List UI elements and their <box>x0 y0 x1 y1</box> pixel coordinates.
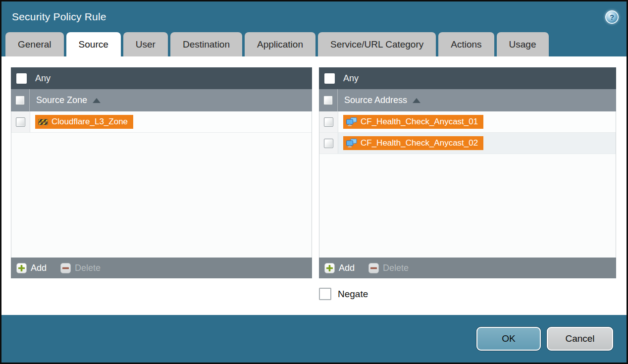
source-zone-any-label: Any <box>35 73 51 84</box>
tab-general[interactable]: General <box>5 32 64 56</box>
dialog-footer: OK Cancel <box>1 315 627 363</box>
table-row[interactable]: CF_Health_Check_Anycast_01 <box>319 111 616 133</box>
delete-label: Delete <box>383 263 409 273</box>
tab-destination[interactable]: Destination <box>170 32 242 56</box>
address-value-chip[interactable]: CF_Health_Check_Anycast_01 <box>343 115 483 129</box>
tab-usage[interactable]: Usage <box>497 32 549 56</box>
add-icon <box>324 263 335 273</box>
zone-name: Cloudflare_L3_Zone <box>52 117 128 127</box>
source-zone-select-all-checkbox[interactable] <box>15 96 25 105</box>
tab-content-source: Any Source Zone <box>1 56 627 315</box>
tab-source[interactable]: Source <box>66 32 121 56</box>
sort-ascending-icon <box>413 98 420 103</box>
source-zone-column-title: Source Zone <box>36 95 87 105</box>
source-address-any-bar: Any <box>319 67 616 89</box>
tab-user[interactable]: User <box>123 32 168 56</box>
address-name: CF_Health_Check_Anycast_01 <box>361 117 478 127</box>
address-value-chip[interactable]: CF_Health_Check_Anycast_02 <box>343 136 483 150</box>
add-zone-button[interactable]: Add <box>16 263 47 273</box>
dialog-title: Security Policy Rule <box>12 11 106 23</box>
empty-list-area <box>319 154 616 258</box>
negate-row: Negate <box>319 288 616 300</box>
source-zone-column-header[interactable]: Source Zone <box>11 89 312 111</box>
add-icon <box>16 263 27 273</box>
source-address-toolbar: Add Delete <box>319 258 616 278</box>
source-address-column-header[interactable]: Source Address <box>319 89 616 111</box>
tab-application[interactable]: Application <box>245 32 315 56</box>
source-address-any-label: Any <box>343 73 359 84</box>
negate-label: Negate <box>338 289 368 300</box>
add-label: Add <box>339 263 355 273</box>
help-icon[interactable]: ? <box>605 10 619 24</box>
security-policy-rule-dialog: Security Policy Rule ? General Source Us… <box>0 0 628 364</box>
row-checkbox[interactable] <box>324 139 333 148</box>
source-zone-any-checkbox[interactable] <box>16 73 27 84</box>
source-address-column-title: Source Address <box>344 95 407 105</box>
source-zone-list: Cloudflare_L3_Zone <box>11 111 312 258</box>
row-checkbox[interactable] <box>16 117 25 127</box>
dialog-titlebar: Security Policy Rule ? <box>1 1 627 32</box>
cancel-button[interactable]: Cancel <box>547 327 613 351</box>
table-row[interactable]: Cloudflare_L3_Zone <box>11 111 312 133</box>
ok-button[interactable]: OK <box>476 327 541 351</box>
add-address-button[interactable]: Add <box>324 263 355 273</box>
address-icon <box>346 139 357 148</box>
delete-icon <box>60 263 71 273</box>
tab-bar: General Source User Destination Applicat… <box>1 32 627 56</box>
help-glyph: ? <box>610 13 614 21</box>
source-address-any-checkbox[interactable] <box>324 73 335 84</box>
zone-icon <box>38 118 48 126</box>
source-address-select-all-checkbox[interactable] <box>323 96 333 105</box>
source-zone-any-bar: Any <box>11 67 312 89</box>
delete-label: Delete <box>75 263 101 273</box>
source-zone-toolbar: Add Delete <box>11 258 312 278</box>
source-zone-panel: Any Source Zone <box>11 67 312 278</box>
address-name: CF_Health_Check_Anycast_02 <box>361 138 478 148</box>
source-address-list: CF_Health_Check_Anycast_01 <box>319 111 616 258</box>
add-label: Add <box>31 263 47 273</box>
delete-icon <box>368 263 379 273</box>
delete-address-button[interactable]: Delete <box>368 263 409 273</box>
delete-zone-button[interactable]: Delete <box>60 263 101 273</box>
source-address-panel: Any Source Address <box>319 67 616 278</box>
address-icon <box>346 117 357 126</box>
tab-actions[interactable]: Actions <box>438 32 494 56</box>
empty-list-area <box>11 133 312 258</box>
negate-checkbox[interactable] <box>319 288 331 300</box>
zone-value-chip[interactable]: Cloudflare_L3_Zone <box>35 115 133 129</box>
table-row[interactable]: CF_Health_Check_Anycast_02 <box>319 133 616 154</box>
tab-service-url-category[interactable]: Service/URL Category <box>318 32 436 56</box>
sort-ascending-icon <box>93 98 101 103</box>
row-checkbox[interactable] <box>324 117 333 127</box>
